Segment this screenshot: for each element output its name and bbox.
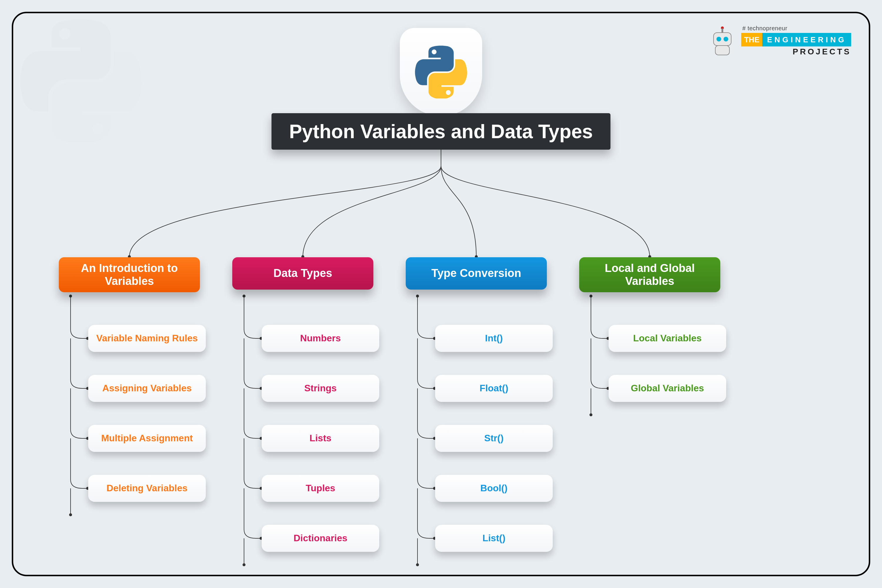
diagram-title: Python Variables and Data Types	[272, 113, 610, 150]
svg-point-12	[69, 295, 72, 297]
child-pill: Dictionaries	[262, 525, 379, 552]
robot-mascot-icon	[708, 25, 737, 57]
brand-projects: PROJECTS	[793, 47, 851, 57]
python-logo-tab	[400, 28, 482, 116]
child-pill: Tuples	[262, 475, 379, 502]
child-pill: Bool()	[435, 475, 553, 502]
branch-box: An Introduction to Variables	[59, 257, 200, 292]
child-pill: Int()	[435, 325, 553, 352]
child-pill: Variable Naming Rules	[88, 325, 206, 352]
brand-tagline: # technopreneur	[742, 25, 788, 32]
svg-point-4	[723, 37, 728, 42]
python-logo-icon	[414, 46, 468, 99]
child-pill: Strings	[262, 375, 379, 402]
svg-rect-5	[715, 46, 729, 55]
svg-point-11	[69, 513, 72, 516]
child-pill: Local Variables	[609, 325, 726, 352]
svg-point-28	[416, 295, 419, 297]
child-pill: Str()	[435, 425, 553, 452]
child-pill: Deleting Variables	[88, 475, 206, 502]
svg-point-3	[717, 37, 721, 42]
svg-point-20	[243, 295, 246, 297]
brand-engineering: ENGINEERING	[762, 33, 851, 46]
child-pill: Global Variables	[609, 375, 726, 402]
child-pill: Float()	[435, 375, 553, 402]
brand-block: # technopreneur THE ENGINEERING PROJECTS	[708, 25, 851, 57]
child-pill: Numbers	[262, 325, 379, 352]
svg-point-19	[243, 563, 246, 566]
child-pill: Lists	[262, 425, 379, 452]
branch-box: Data Types	[232, 257, 374, 290]
svg-rect-1	[722, 28, 723, 33]
branch-box: Type Conversion	[406, 257, 547, 290]
child-pill: Assigning Variables	[88, 375, 206, 402]
child-pill: Multiple Assignment	[88, 425, 206, 452]
diagram-frame: # technopreneur THE ENGINEERING PROJECTS…	[12, 12, 870, 576]
svg-point-32	[590, 413, 592, 416]
svg-rect-2	[714, 33, 731, 46]
svg-point-27	[416, 563, 419, 566]
svg-point-33	[590, 295, 592, 297]
child-pill: List()	[435, 525, 553, 552]
brand-the: THE	[741, 33, 762, 46]
branch-box: Local and Global Variables	[579, 257, 720, 292]
python-watermark-icon	[19, 19, 142, 142]
